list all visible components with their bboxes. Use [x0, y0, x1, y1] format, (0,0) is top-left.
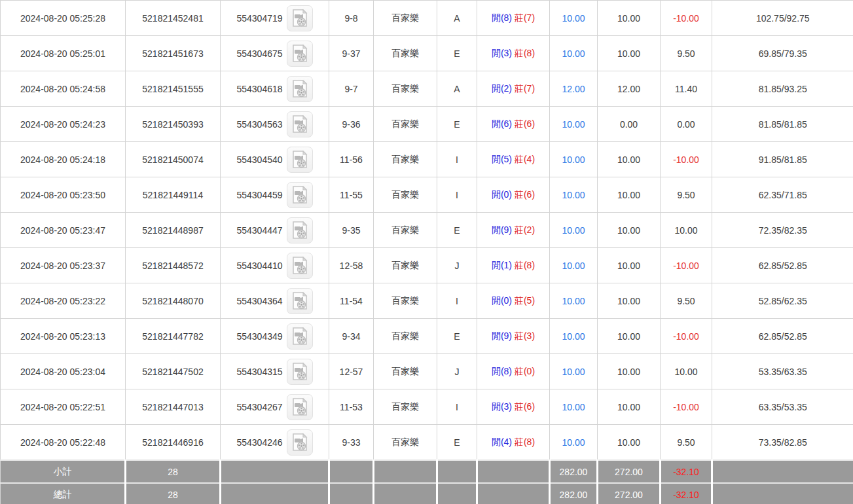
cell-order-no: 521821447782: [126, 319, 221, 354]
subtotal-row: 小計 28 282.00 272.00 -32.10: [1, 460, 853, 483]
cell-time: 2024-08-20 05:24:18: [1, 142, 126, 177]
cell-bet-amount-link[interactable]: 10.00: [550, 283, 598, 319]
cell-order-no: 521821446916: [126, 425, 221, 461]
cell-valid-bet: 10.00: [598, 142, 661, 177]
cell-game-name: 百家樂: [374, 389, 437, 425]
cell-bet-amount-link[interactable]: 10.00: [550, 425, 598, 461]
video-file-icon: [292, 327, 308, 346]
video-replay-button[interactable]: [287, 111, 313, 137]
cell-bet-amount-link[interactable]: 10.00: [550, 213, 598, 248]
cell-game-name: 百家樂: [374, 283, 437, 319]
cell-order-no: 521821451555: [126, 71, 221, 107]
table-row: 2024-08-20 05:22:51 521821447013 5543042…: [1, 389, 853, 425]
cell-time: 2024-08-20 05:25:28: [1, 1, 126, 36]
result-player: 閒(9): [492, 225, 512, 235]
video-replay-button[interactable]: [287, 147, 313, 173]
cell-result: 閒(9) 莊(2): [477, 213, 550, 248]
cell-balance: 52.85/62.35: [712, 283, 853, 319]
video-file-icon: [292, 9, 308, 27]
round-no: 554304459: [236, 190, 282, 200]
cell-balance: 62.35/71.85: [712, 177, 853, 213]
cell-table-round: 9-36: [329, 107, 374, 142]
cell-bet-amount-link[interactable]: 10.00: [550, 354, 598, 389]
empty-cell: [437, 483, 477, 504]
cell-win-loss: 0.00: [661, 107, 712, 142]
total-row: 總計 28 282.00 272.00 -32.10: [1, 483, 853, 504]
video-replay-button[interactable]: [287, 41, 313, 67]
cell-win-loss: 9.50: [661, 36, 712, 71]
cell-bet-amount-link[interactable]: 10.00: [550, 1, 598, 36]
cell-bet-amount-link[interactable]: 10.00: [550, 389, 598, 425]
video-replay-button[interactable]: [287, 217, 313, 243]
cell-bet-amount-link[interactable]: 10.00: [550, 177, 598, 213]
cell-table-round: 9-37: [329, 36, 374, 71]
cell-time: 2024-08-20 05:23:22: [1, 283, 126, 319]
result-player: 閒(2): [492, 83, 512, 94]
result-player: 閒(6): [492, 118, 512, 129]
video-replay-button[interactable]: [287, 76, 313, 102]
cell-bet-amount-link[interactable]: 10.00: [550, 319, 598, 354]
round-no: 554304447: [236, 225, 282, 236]
video-replay-button[interactable]: [287, 429, 313, 456]
cell-bet-amount-link[interactable]: 10.00: [550, 248, 598, 283]
result-banker: 莊(6): [515, 401, 535, 412]
total-valid-bet: 272.00: [598, 483, 661, 504]
cell-time: 2024-08-20 05:23:47: [1, 213, 126, 248]
cell-game-name: 百家樂: [374, 36, 437, 71]
table-row: 2024-08-20 05:23:04 521821447502 5543043…: [1, 354, 853, 389]
cell-bet-amount-link[interactable]: 12.00: [550, 71, 598, 107]
result-player: 閒(0): [492, 295, 512, 306]
cell-table-code: I: [437, 177, 477, 213]
cell-balance: 91.85/81.85: [712, 142, 853, 177]
cell-win-loss: -10.00: [661, 142, 712, 177]
cell-table-round: 11-56: [329, 142, 374, 177]
cell-round-no: 554304675: [221, 36, 329, 71]
video-replay-button[interactable]: [287, 288, 313, 314]
cell-result: 閒(6) 莊(6): [477, 107, 550, 142]
cell-bet-amount-link[interactable]: 10.00: [550, 36, 598, 71]
cell-result: 閒(1) 莊(8): [477, 248, 550, 283]
cell-bet-amount-link[interactable]: 10.00: [550, 142, 598, 177]
cell-round-no: 554304246: [221, 425, 329, 461]
cell-order-no: 521821450074: [126, 142, 221, 177]
cell-order-no: 521821447013: [126, 389, 221, 425]
cell-win-loss: 9.50: [661, 283, 712, 319]
cell-table-code: J: [437, 354, 477, 389]
cell-game-name: 百家樂: [374, 213, 437, 248]
table-row: 2024-08-20 05:24:23 521821450393 5543045…: [1, 107, 853, 142]
cell-game-name: 百家樂: [374, 425, 437, 461]
cell-round-no: 554304410: [221, 248, 329, 283]
cell-win-loss: 9.50: [661, 425, 712, 461]
cell-win-loss: 11.40: [661, 71, 712, 107]
video-replay-button[interactable]: [287, 5, 313, 31]
video-file-icon: [292, 363, 308, 381]
video-replay-button[interactable]: [287, 323, 313, 350]
subtotal-bet: 282.00: [550, 460, 598, 483]
cell-table-round: 9-35: [329, 213, 374, 248]
result-banker: 莊(8): [515, 437, 535, 447]
cell-game-name: 百家樂: [374, 1, 437, 36]
cell-valid-bet: 10.00: [598, 177, 661, 213]
cell-order-no: 521821447502: [126, 354, 221, 389]
round-no: 554304563: [236, 119, 282, 130]
video-file-icon: [292, 257, 308, 275]
result-banker: 莊(6): [515, 118, 535, 129]
cell-result: 閒(3) 莊(6): [477, 389, 550, 425]
video-replay-button[interactable]: [287, 182, 313, 208]
cell-result: 閒(3) 莊(8): [477, 36, 550, 71]
cell-valid-bet: 10.00: [598, 36, 661, 71]
table-row: 2024-08-20 05:23:22 521821448070 5543043…: [1, 283, 853, 319]
cell-round-no: 554304618: [221, 71, 329, 107]
video-replay-button[interactable]: [287, 359, 313, 385]
video-replay-button[interactable]: [287, 253, 313, 279]
video-replay-button[interactable]: [287, 394, 313, 420]
cell-order-no: 521821448572: [126, 248, 221, 283]
cell-bet-amount-link[interactable]: 10.00: [550, 107, 598, 142]
result-banker: 莊(0): [515, 366, 535, 376]
table-row: 2024-08-20 05:24:58 521821451555 5543046…: [1, 71, 853, 107]
cell-win-loss: 9.50: [661, 177, 712, 213]
result-player: 閒(5): [492, 154, 512, 164]
cell-table-code: E: [437, 107, 477, 142]
cell-table-round: 9-34: [329, 319, 374, 354]
cell-table-round: 12-57: [329, 354, 374, 389]
